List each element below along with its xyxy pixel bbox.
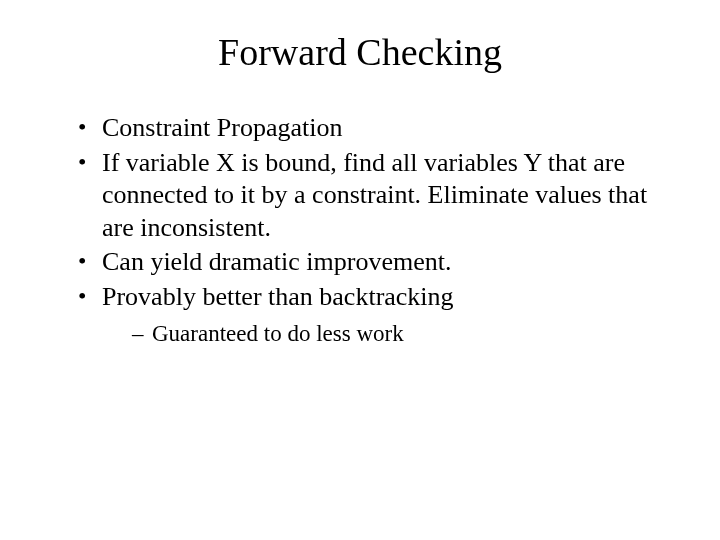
bullet-item: If variable X is bound, find all variabl… [78,147,670,245]
bullet-list: Constraint Propagation If variable X is … [50,112,670,349]
sub-bullet-list: Guaranteed to do less work [102,319,670,349]
bullet-item: Constraint Propagation [78,112,670,145]
bullet-text: Provably better than backtracking [102,282,454,311]
bullet-item: Provably better than backtracking Guaran… [78,281,670,349]
sub-bullet-item: Guaranteed to do less work [132,319,670,349]
slide-title: Forward Checking [50,30,670,74]
bullet-item: Can yield dramatic improvement. [78,246,670,279]
